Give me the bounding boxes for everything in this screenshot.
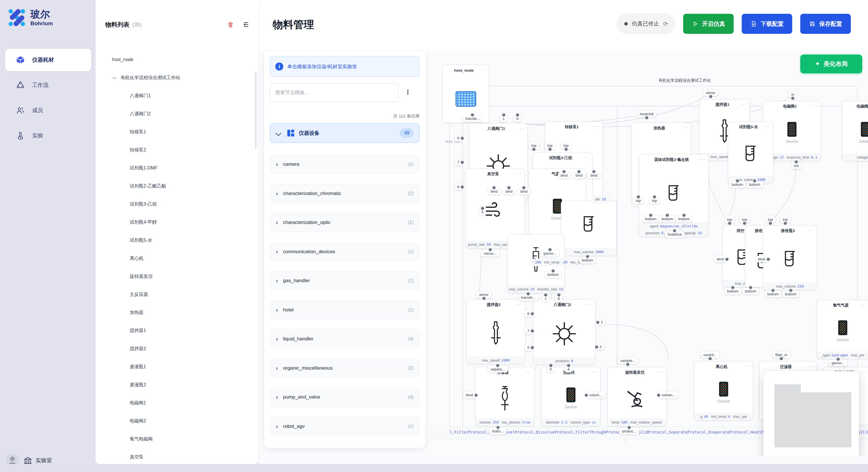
node-menu-icon[interactable]: ··· bbox=[744, 364, 750, 369]
port-filterin[interactable]: filter_in bbox=[773, 351, 790, 358]
canvas-node-离心机[interactable]: 离心机···Deviceg: 40min_temp: 4max_spe bbox=[694, 361, 753, 420]
port-handle-icon[interactable] bbox=[482, 296, 486, 301]
port-handle-icon[interactable] bbox=[665, 213, 670, 217]
port-top[interactable]: top bbox=[561, 142, 571, 149]
port-bind[interactable]: bind bbox=[755, 256, 768, 262]
port-handle-icon[interactable] bbox=[557, 293, 561, 297]
category-organic_miscellaneous[interactable]: ›organic_miscellaneous(2) bbox=[270, 359, 420, 378]
port-5[interactable]: 5 bbox=[547, 366, 554, 372]
tree-item[interactable]: 试剂瓶2-乙酸乙酯 bbox=[96, 180, 257, 193]
port-bind[interactable]: bind bbox=[588, 172, 600, 179]
tree-item[interactable]: 试剂瓶5-水 bbox=[96, 234, 257, 247]
port-handle-icon[interactable] bbox=[584, 393, 588, 397]
port-8[interactable]: 8 bbox=[455, 183, 462, 190]
port-handle-icon[interactable] bbox=[708, 357, 712, 361]
collapse-all-icon[interactable] bbox=[408, 90, 410, 95]
port-bottom[interactable]: bottom bbox=[765, 291, 781, 297]
port-handle-icon[interactable] bbox=[596, 320, 600, 324]
node-menu-icon[interactable]: ··· bbox=[592, 370, 598, 374]
node-menu-icon[interactable]: ··· bbox=[516, 302, 522, 307]
delete-all-button[interactable] bbox=[227, 21, 234, 28]
tree-item[interactable]: host_node bbox=[96, 53, 257, 66]
port-handle-icon[interactable] bbox=[577, 169, 581, 174]
port-handle-icon[interactable] bbox=[551, 269, 555, 273]
port-gasso[interactable]: gasso... bbox=[541, 250, 559, 257]
port-handle-icon[interactable] bbox=[766, 257, 770, 261]
port-bottom[interactable]: bottom bbox=[545, 271, 561, 278]
port-handle-icon[interactable] bbox=[783, 221, 787, 225]
port-bottom[interactable]: bottom bbox=[742, 288, 759, 295]
port-handle-icon[interactable] bbox=[682, 213, 686, 217]
port-handle-icon[interactable] bbox=[791, 96, 795, 100]
canvas-node-分液器[interactable]: 分液器···volume: 250has_phases: true bbox=[475, 367, 534, 426]
port-handle-icon[interactable] bbox=[656, 393, 661, 397]
port-vacuu[interactable]: vacuu... bbox=[481, 250, 499, 257]
port-handle-icon[interactable] bbox=[501, 113, 506, 117]
tree-item[interactable]: 试剂瓶1-DMF bbox=[96, 162, 257, 174]
canvas-node-host_node[interactable]: host_node··· bbox=[443, 65, 489, 123]
node-menu-icon[interactable]: ··· bbox=[584, 155, 590, 160]
port-bottom[interactable]: bottom bbox=[724, 288, 741, 295]
node-menu-icon[interactable]: ··· bbox=[519, 126, 525, 131]
port-handle-icon[interactable] bbox=[585, 255, 590, 259]
category-gas_handler[interactable]: ›gas_handler(1) bbox=[270, 271, 420, 290]
port-top[interactable]: top bbox=[529, 142, 539, 149]
port-handle-icon[interactable] bbox=[507, 186, 511, 190]
port-handle-icon[interactable] bbox=[530, 329, 534, 333]
node-menu-icon[interactable]: ··· bbox=[526, 370, 532, 374]
port-handle-icon[interactable] bbox=[779, 357, 783, 361]
port-handle-icon[interactable] bbox=[743, 221, 747, 225]
port-handle-icon[interactable] bbox=[735, 179, 739, 183]
port-in[interactable]: in bbox=[789, 91, 797, 98]
port-handle-icon[interactable] bbox=[627, 425, 631, 430]
port-3[interactable]: 3 bbox=[597, 343, 604, 350]
port-8[interactable]: 8 bbox=[525, 344, 532, 351]
port-6[interactable]: 6 bbox=[455, 135, 462, 141]
port-handle-icon[interactable] bbox=[496, 425, 500, 430]
port-handle-icon[interactable] bbox=[637, 195, 641, 199]
port-handle-icon[interactable] bbox=[548, 147, 552, 151]
port-bottom[interactable]: bottom bbox=[746, 181, 763, 188]
tree-item[interactable]: 电磁阀2 bbox=[96, 415, 257, 427]
brand-logo[interactable]: 玻尔 Bohrium bbox=[8, 9, 53, 26]
start-simulation-button[interactable]: 开启仿真 bbox=[683, 14, 734, 34]
node-menu-icon[interactable]: ··· bbox=[594, 124, 600, 129]
port-bottom[interactable]: bottom bbox=[579, 257, 596, 264]
port-bottom[interactable]: bottom bbox=[729, 181, 746, 188]
port-botto[interactable]: botto... bbox=[490, 428, 506, 434]
port-top[interactable]: top bbox=[724, 216, 735, 223]
node-menu-icon[interactable]: ··· bbox=[658, 370, 663, 374]
port-handle-icon[interactable] bbox=[496, 363, 500, 368]
canvas-node-搅拌器2[interactable]: 搅拌器2···max_speed: 2000 bbox=[466, 299, 525, 364]
sidebar-item-1[interactable]: 工作流 bbox=[5, 74, 91, 96]
port-handle-icon[interactable] bbox=[752, 179, 756, 183]
tree-item[interactable]: 转移泵1 bbox=[96, 126, 257, 138]
port-handle-icon[interactable] bbox=[748, 285, 753, 290]
port-top[interactable]: top bbox=[765, 216, 776, 223]
canvas-node-untitled[interactable]: max_volume: 2000 bbox=[561, 201, 617, 256]
port-1[interactable]: 1 bbox=[500, 115, 507, 122]
port-handle-icon[interactable] bbox=[725, 257, 729, 261]
port-8[interactable]: 8 bbox=[555, 295, 562, 302]
port-handle-icon[interactable] bbox=[727, 221, 732, 225]
port-sample[interactable]: sample... bbox=[618, 357, 638, 364]
tree-item[interactable]: 转移泵2 bbox=[96, 144, 257, 156]
port-stirrer[interactable]: stirrer bbox=[476, 291, 491, 298]
tree-item[interactable]: 八通阀门1 bbox=[96, 90, 257, 102]
material-scrollbar[interactable] bbox=[255, 72, 257, 149]
port-handle-icon[interactable] bbox=[544, 293, 548, 297]
port-handle-icon[interactable] bbox=[708, 94, 713, 99]
sidebar-item-0[interactable]: 仪器耗材 bbox=[5, 49, 91, 71]
port-handle-icon[interactable] bbox=[788, 288, 793, 293]
port-handle-icon[interactable] bbox=[460, 185, 464, 189]
port-bind[interactable]: bind bbox=[714, 256, 726, 262]
canvas-node-八通阀门2[interactable]: 八通阀门2···positions: 8 bbox=[533, 299, 595, 365]
port-8[interactable]: 8 bbox=[514, 115, 521, 122]
tree-item[interactable]: 搅拌器1 bbox=[96, 324, 257, 337]
port-heatchill[interactable]: heatchill bbox=[637, 111, 656, 117]
port-bottom[interactable]: bottom bbox=[676, 216, 692, 222]
node-menu-icon[interactable]: ··· bbox=[586, 302, 592, 307]
beautify-layout-button[interactable]: ✦ 美化布局 bbox=[800, 55, 862, 73]
port-top[interactable]: top bbox=[739, 216, 750, 223]
tree-item[interactable]: 主反应器 bbox=[96, 288, 257, 301]
